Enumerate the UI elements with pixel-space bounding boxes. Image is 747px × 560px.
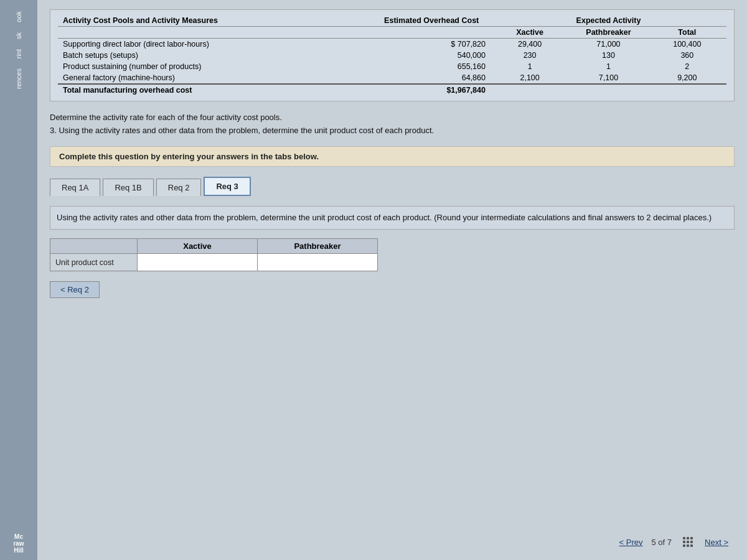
sidebar-item-sk[interactable]: sk [12,27,25,44]
sidebar-item-ook[interactable]: ook [12,6,25,27]
instruction-block: Determine the activity rate for each of … [50,111,735,138]
total-total-empty [648,84,726,96]
req3-description: Using the activity rates and other data … [50,206,735,230]
grid-icon [680,537,696,548]
input-col-header-empty [50,239,138,254]
row2-total: 360 [648,50,726,61]
unit-product-cost-label: Unit product cost [50,254,138,271]
total-label: Total manufacturing overhead cost [58,84,372,96]
unit-product-cost-pathbreaker-input[interactable] [263,256,372,268]
logo-hill: Hill [14,547,24,554]
row4-total: 9,200 [648,72,726,84]
table-row: Product sustaining (number of products) … [58,61,726,72]
next-button[interactable]: Next > [705,538,728,547]
page-indicator: 5 of 7 [652,538,672,547]
main-container: ook sk rint rences Mc raw Hill Activity … [0,0,747,560]
content-area: Activity Cost Pools and Activity Measure… [37,0,747,560]
question-banner: Complete this question by entering your … [50,146,735,167]
banner-text: Complete this question by entering your … [59,152,319,161]
col-header-expected: Expected Activity [491,15,726,27]
col-header-estimated: Estimated Overhead Cost [372,15,491,27]
col-header-pathbreaker: Pathbreaker [569,27,647,39]
table-row: Batch setups (setups) 540,000 230 130 36… [58,50,726,61]
row1-activity: Supporting direct labor (direct labor-ho… [58,39,372,50]
tabs-row: Req 1A Req 1B Req 2 Req 3 [50,177,735,196]
table-row: Supporting direct labor (direct labor-ho… [58,39,726,50]
row1-total: 100,400 [648,39,726,50]
row3-activity: Product sustaining (number of products) [58,61,372,72]
row4-cost: 64,860 [372,72,491,84]
row2-cost: 540,000 [372,50,491,61]
sidebar-item-rences[interactable]: rences [12,63,25,94]
input-col-header-pathbreaker: Pathbreaker [258,239,378,254]
row3-cost: 655,160 [372,61,491,72]
row2-activity: Batch setups (setups) [58,50,372,61]
total-pathbreaker-empty [569,84,647,96]
logo-area: Mc raw Hill [0,533,37,554]
req3-description-text: Using the activity rates and other data … [57,213,712,222]
prev-button[interactable]: < Prev [619,538,643,547]
activity-cost-table-wrapper: Activity Cost Pools and Activity Measure… [50,9,735,101]
col-header-activity2 [58,27,372,39]
total-cost: $1,967,840 [372,84,491,96]
row3-xactive: 1 [491,61,569,72]
bottom-nav: < Prev 5 of 7 Next > [619,537,728,548]
unit-product-cost-pathbreaker-cell[interactable] [258,254,378,271]
col-header-est2 [372,27,491,39]
logo-mc: Mc [14,533,23,540]
logo-raw: raw [13,540,24,547]
row2-pathbreaker: 130 [569,50,647,61]
tab-req2[interactable]: Req 2 [156,179,202,196]
unit-product-cost-table: Xactive Pathbreaker Unit product cost [50,238,378,271]
input-col-header-xactive: Xactive [138,239,258,254]
sidebar-item-rint[interactable]: rint [12,44,25,63]
row1-cost: $ 707,820 [372,39,491,50]
sidebar: ook sk rint rences Mc raw Hill [0,0,37,560]
table-row: General factory (machine-hours) 64,860 2… [58,72,726,84]
tab-req1b[interactable]: Req 1B [103,179,153,196]
unit-product-cost-xactive-input[interactable] [143,256,252,268]
row2-xactive: 230 [491,50,569,61]
tab-req1a[interactable]: Req 1A [50,179,100,196]
row4-pathbreaker: 7,100 [569,72,647,84]
row3-total: 2 [648,61,726,72]
total-xactive-empty [491,84,569,96]
back-button-container: < Req 2 [50,281,735,298]
col-header-activity: Activity Cost Pools and Activity Measure… [58,15,372,27]
instruction-line2: 3. Using the activity rates and other da… [50,124,735,138]
row4-activity: General factory (machine-hours) [58,72,372,84]
row4-xactive: 2,100 [491,72,569,84]
tab-req3[interactable]: Req 3 [204,177,250,196]
col-header-xactive: Xactive [491,27,569,39]
activity-cost-table: Activity Cost Pools and Activity Measure… [58,15,726,96]
row1-xactive: 29,400 [491,39,569,50]
instruction-line1: Determine the activity rate for each of … [50,111,735,124]
back-to-req2-button[interactable]: < Req 2 [50,281,100,298]
unit-product-cost-row: Unit product cost [50,254,378,271]
row1-pathbreaker: 71,000 [569,39,647,50]
col-header-total: Total [648,27,726,39]
unit-product-cost-xactive-cell[interactable] [138,254,258,271]
total-row: Total manufacturing overhead cost $1,967… [58,84,726,96]
row3-pathbreaker: 1 [569,61,647,72]
